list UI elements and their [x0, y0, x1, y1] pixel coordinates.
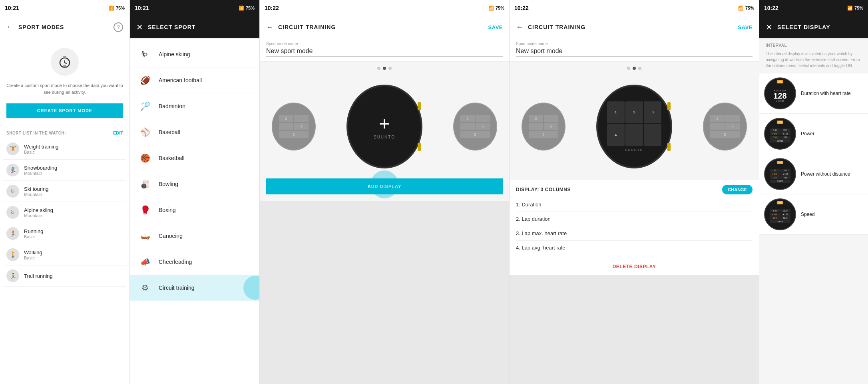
display-option-power[interactable]: 2/6 3.40 29.3 ♥ 148 ♥ 128 134 216 0:04'3…	[759, 114, 868, 154]
sport-select-badminton[interactable]: 🏸 Badminton	[130, 93, 259, 119]
display-columns-label: DISPLAY: 3 COLUMNS	[516, 187, 571, 192]
list-item: 4. Lap avg. heart rate	[516, 241, 753, 255]
sport-name: Weight training	[24, 144, 58, 150]
power-no-dist-label: Power without distance	[801, 171, 850, 177]
watch-display-area-4: 2 4 5 1 2 3 4	[510, 75, 759, 178]
back-button-1[interactable]: ←	[6, 23, 14, 31]
sport-select-baseball[interactable]: ⚾ Baseball	[130, 119, 259, 145]
watch-right-3: 2 4 5	[453, 103, 497, 150]
dots-indicator-4	[510, 62, 759, 75]
dot-1	[377, 67, 380, 70]
display-option-power-no-dist[interactable]: 2/6 89 232 ♥ 148 ♥ 128 134 216 0:04'38 P…	[759, 154, 868, 194]
list-item[interactable]: 🏃 Running Basic	[3, 223, 126, 244]
watch-icon-container	[51, 48, 79, 76]
watch-preview-speed: 2/6 3.40 29.3↑ ♥ 148 ♥ 128 134 31.2↑ 0:0…	[764, 198, 796, 230]
basketball-label: Basketball	[159, 155, 185, 161]
svg-line-4	[65, 63, 66, 63]
bowling-label: Bowling	[159, 181, 178, 187]
sport-icon: ⛷	[6, 206, 19, 219]
plus-icon: +	[379, 114, 390, 133]
sport-select-bowling[interactable]: 🎳 Bowling	[130, 171, 259, 197]
dot-4-1	[627, 67, 630, 70]
time-4: 10:22	[514, 5, 529, 11]
help-button[interactable]: ?	[113, 22, 123, 32]
list-item[interactable]: 🏂 Snowboarding Mountain	[3, 160, 126, 181]
status-icons-2: 📶 75%	[239, 6, 255, 11]
watch-preview-power: 2/6 3.40 29.3 ♥ 148 ♥ 128 134 216 0:04'3…	[764, 118, 796, 150]
sport-select-boxing[interactable]: 🥊 Boxing	[130, 197, 259, 223]
sport-select-canoeing[interactable]: 🛶 Canoeing	[130, 223, 259, 249]
circuit-header-4: ← CIRCUIT TRAINING SAVE	[510, 16, 759, 38]
sport-sub: Mountain	[24, 213, 53, 218]
watch-preview-duration-heart: 2/6 ♥ AVG ♥ MAX 128 ♥ 0:04'38	[764, 77, 796, 109]
sport-select-american-football[interactable]: 🏈 American football	[130, 67, 259, 93]
time-2: 10:21	[135, 5, 149, 11]
status-bar-2: 10:21 📶 75%	[130, 0, 259, 16]
sport-icon: 🚶	[6, 248, 19, 261]
select-sport-list: ⛷ Alpine skiing 🏈 American football 🏸 Ba…	[130, 38, 259, 384]
sport-select-cheerleading[interactable]: 📣 Cheerleading	[130, 249, 259, 275]
canoeing-label: Canoeing	[159, 233, 183, 239]
display-option-speed[interactable]: 2/6 3.40 29.3↑ ♥ 148 ♥ 128 134 31.2↑ 0:0…	[759, 194, 868, 235]
bowling-icon: 🎳	[138, 177, 152, 191]
status-icons-4: 📶 75%	[738, 6, 754, 11]
create-sport-mode-button[interactable]: CREATE SPORT MODE	[6, 103, 123, 118]
sport-icon: 🏂	[6, 164, 19, 176]
add-display-button[interactable]: ADD DISPLAY	[266, 178, 503, 194]
badminton-label: Badminton	[159, 103, 185, 109]
description: Create a custom sport mode to choose the…	[6, 82, 123, 95]
page-title-2: SELECT SPORT	[148, 24, 195, 30]
status-icons-1: 📶 75%	[109, 6, 125, 11]
delete-display-button[interactable]: DELETE DISPLAY	[510, 258, 759, 275]
sport-name: Snowboarding	[24, 165, 57, 171]
circuit-training-icon: ⚙	[138, 281, 152, 295]
sport-list: 🏋 Weight training Basic 🏂 Snowboarding M…	[0, 139, 129, 287]
circuit-header-3: ← CIRCUIT TRAINING SAVE	[260, 16, 509, 38]
close-button-5[interactable]: ✕	[766, 22, 772, 32]
boxing-icon: 🥊	[138, 203, 152, 217]
sport-mode-value-4[interactable]: New sport mode	[516, 48, 753, 57]
sport-sub: Basic	[24, 255, 42, 260]
status-icons-5: 📶 75%	[847, 6, 863, 11]
sport-sub: Basic	[24, 150, 58, 154]
page-title-1: SPORT MODES	[18, 24, 64, 30]
cheerleading-label: Cheerleading	[159, 259, 192, 265]
circuit-title-4: CIRCUIT TRAINING	[528, 24, 585, 30]
save-button-4[interactable]: SAVE	[738, 24, 753, 30]
alpine-skiing-label: Alpine skiing	[159, 51, 190, 57]
speed-label: Speed	[801, 212, 815, 217]
display-info-section: DISPLAY: 3 COLUMNS CHANGE 1. Duration 2.…	[510, 180, 759, 258]
list-item[interactable]: 🏋 Weight training Basic	[3, 139, 126, 160]
boxing-label: Boxing	[159, 207, 176, 213]
sport-select-circuit-training[interactable]: ⚙ Circuit training	[130, 275, 259, 301]
interval-label: INTERVAL	[766, 43, 862, 48]
list-item[interactable]: ⛷ Alpine skiing Mountain	[3, 202, 126, 223]
back-button-3[interactable]: ←	[266, 23, 273, 32]
close-button[interactable]: ✕	[136, 22, 143, 32]
edit-button[interactable]: EDIT	[113, 131, 123, 135]
list-item[interactable]: 🏃 Trail running	[3, 265, 126, 287]
sport-mode-value-3[interactable]: New sport mode	[266, 48, 503, 57]
dots-indicator-3	[260, 62, 509, 75]
interval-description: The interval display is activated on you…	[766, 51, 862, 69]
panel-sport-modes: 10:21 📶 75% ← SPORT MODES ? Create a cus…	[0, 0, 130, 384]
display-option-duration-heart[interactable]: 2/6 ♥ AVG ♥ MAX 128 ♥ 0:04'38 Duration w…	[759, 73, 868, 114]
list-item[interactable]: ⛷ Ski touring Mountain	[3, 181, 126, 202]
list-item: 1. Duration	[516, 198, 753, 212]
short-list-header: SHORT LIST IN THE WATCH: EDIT	[0, 124, 129, 139]
watch-center-3: + SUUNTO	[346, 85, 422, 168]
sport-select-alpine-skiing[interactable]: ⛷ Alpine skiing	[130, 42, 259, 67]
panel1-content: Create a custom sport mode to choose the…	[0, 38, 129, 124]
list-item[interactable]: 🚶 Walking Basic	[3, 244, 126, 265]
back-button-4[interactable]: ←	[516, 23, 523, 32]
time-3: 10:22	[265, 5, 279, 11]
list-item: 3. Lap max. heart rate	[516, 226, 753, 241]
top-bar-2: ✕ SELECT SPORT	[130, 16, 259, 38]
top-bar-1: ← SPORT MODES ?	[0, 16, 129, 38]
watch-preview-power-no-dist: 2/6 89 232 ♥ 148 ♥ 128 134 216 0:04'38	[764, 158, 796, 190]
american-football-label: American football	[159, 77, 202, 83]
change-button[interactable]: CHANGE	[722, 185, 753, 194]
sport-select-basketball[interactable]: 🏀 Basketball	[130, 145, 259, 171]
save-button-3[interactable]: SAVE	[488, 24, 503, 30]
watch-center-4: 1 2 3 4 SUUNTO	[596, 85, 672, 168]
